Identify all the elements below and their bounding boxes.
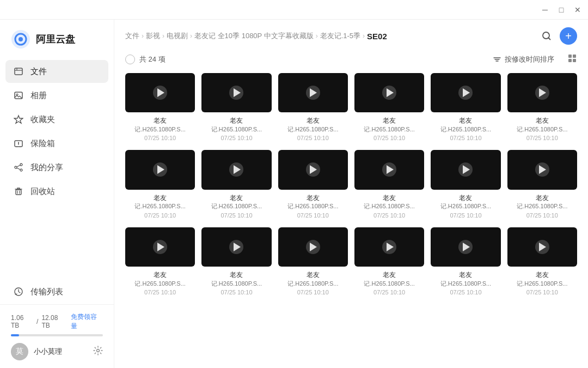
play-button[interactable]: [229, 86, 243, 100]
file-thumbnail: [354, 150, 424, 189]
file-subtitle: 记.H265.1080P.S...: [431, 280, 500, 288]
file-icon: [13, 66, 24, 77]
svg-point-8: [18, 142, 19, 143]
file-item[interactable]: 老友 记.H265.1080P.S... 07/25 10:10: [125, 227, 195, 295]
file-date: 07/25 10:10: [220, 212, 252, 219]
storage-vip-link[interactable]: 免费领容量: [71, 312, 103, 331]
file-subtitle: 记.H265.1080P.S...: [278, 280, 348, 288]
breadcrumb-item-movies[interactable]: 影视: [146, 31, 160, 41]
file-thumbnail: [201, 227, 271, 267]
breadcrumb-item-tv[interactable]: 电视剧: [167, 31, 188, 41]
file-item[interactable]: 老友 记.H265.1080P.S... 07/25 10:10: [354, 150, 424, 218]
storage-bar-fill: [11, 334, 19, 336]
play-button[interactable]: [229, 240, 243, 254]
file-thumbnail: [125, 73, 195, 112]
sidebar-item-trash-label: 回收站: [30, 186, 55, 197]
file-item[interactable]: 老友 记.H265.1080P.S... 07/25 10:10: [125, 150, 195, 218]
sidebar-nav: 文件 相册 收藏夹: [0, 60, 114, 280]
file-date: 07/25 10:10: [450, 212, 481, 219]
svg-rect-19: [573, 59, 576, 62]
settings-icon[interactable]: [93, 346, 103, 358]
file-date: 07/25 10:10: [373, 289, 405, 295]
maximize-button[interactable]: □: [558, 6, 565, 14]
sidebar-item-share[interactable]: 我的分享: [5, 156, 108, 179]
breadcrumb-item-series[interactable]: 老友记 全10季 1080P 中文字幕收藏版: [194, 31, 314, 41]
file-item[interactable]: 老友 记.H265.1080P.S... 07/25 10:10: [354, 227, 424, 295]
file-item[interactable]: 老友 记.H265.1080P.S... 07/25 10:10: [431, 73, 500, 141]
play-triangle-icon: [310, 88, 317, 97]
breadcrumb-sep-3: ›: [316, 32, 318, 40]
file-item[interactable]: 老友 记.H265.1080P.S... 07/25 10:10: [278, 150, 348, 218]
play-button[interactable]: [382, 86, 396, 100]
close-button[interactable]: ✕: [574, 6, 581, 14]
sidebar-item-vault[interactable]: 保险箱: [5, 132, 108, 155]
play-triangle-icon: [234, 165, 241, 174]
breadcrumb-item-season[interactable]: 老友记.1-5季: [320, 31, 360, 41]
file-date: 07/25 10:10: [526, 212, 558, 219]
file-item[interactable]: 老友 记.H265.1080P.S... 07/25 10:10: [201, 73, 271, 141]
file-item[interactable]: 老友 记.H265.1080P.S... 07/25 10:10: [354, 73, 424, 141]
file-name: 老友: [201, 116, 271, 125]
file-item[interactable]: 老友 记.H265.1080P.S... 07/25 10:10: [431, 150, 500, 218]
file-thumbnail: [431, 73, 500, 112]
sidebar-transfer[interactable]: 传输列表: [5, 280, 108, 303]
play-triangle-icon: [539, 165, 546, 174]
file-item[interactable]: 老友 记.H265.1080P.S... 07/25 10:10: [278, 227, 348, 295]
sidebar-item-favorites-label: 收藏夹: [30, 114, 55, 125]
play-button[interactable]: [535, 162, 549, 177]
sidebar-item-album[interactable]: 相册: [5, 84, 108, 107]
play-triangle-icon: [463, 88, 470, 97]
file-subtitle: 记.H265.1080P.S...: [125, 202, 195, 210]
file-name: 老友: [278, 116, 348, 125]
play-button[interactable]: [306, 240, 320, 254]
file-thumbnail: [431, 150, 500, 189]
file-item[interactable]: 老友 记.H265.1080P.S... 07/25 10:10: [431, 227, 500, 295]
svg-point-9: [20, 164, 22, 166]
play-button[interactable]: [153, 240, 167, 254]
file-date: 07/25 10:10: [526, 135, 558, 141]
sort-button[interactable]: 按修改时间排序: [493, 55, 554, 64]
play-button[interactable]: [306, 86, 320, 100]
file-item[interactable]: 老友 记.H265.1080P.S... 07/25 10:10: [201, 227, 271, 295]
file-date: 07/25 10:10: [297, 289, 329, 295]
grid-view-icon[interactable]: [567, 53, 577, 65]
play-button[interactable]: [535, 86, 549, 100]
file-subtitle: 记.H265.1080P.S...: [201, 202, 271, 210]
sidebar-item-trash[interactable]: 回收站: [5, 180, 108, 203]
play-button[interactable]: [458, 240, 473, 254]
file-grid-wrapper[interactable]: 老友 记.H265.1080P.S... 07/25 10:10 老友 记.H2…: [114, 71, 588, 368]
play-button[interactable]: [535, 240, 549, 254]
sidebar-transfer-label: 传输列表: [30, 287, 63, 297]
play-button[interactable]: [382, 162, 396, 177]
svg-point-14: [97, 349, 100, 352]
file-name: 老友: [278, 270, 348, 280]
file-subtitle: 记.H265.1080P.S...: [431, 202, 500, 210]
toolbar: 共 24 项 按修改时间排序: [114, 50, 588, 71]
file-thumbnail: [125, 227, 195, 267]
file-item[interactable]: 老友 记.H265.1080P.S... 07/25 10:10: [201, 150, 271, 218]
select-all-checkbox[interactable]: [125, 55, 135, 64]
sidebar-item-favorites[interactable]: 收藏夹: [5, 108, 108, 131]
file-item[interactable]: 老友 记.H265.1080P.S... 07/25 10:10: [507, 227, 577, 295]
add-button[interactable]: +: [560, 27, 577, 45]
file-item[interactable]: 老友 记.H265.1080P.S... 07/25 10:10: [278, 73, 348, 141]
titlebar: ─ □ ✕: [0, 0, 588, 20]
file-thumbnail: [278, 150, 348, 189]
select-all[interactable]: 共 24 项: [125, 55, 166, 64]
play-button[interactable]: [458, 86, 473, 100]
play-button[interactable]: [382, 240, 396, 254]
file-item[interactable]: 老友 记.H265.1080P.S... 07/25 10:10: [125, 73, 195, 141]
play-button[interactable]: [458, 162, 473, 177]
file-name: 老友: [431, 116, 500, 125]
play-button[interactable]: [229, 162, 243, 177]
file-date: 07/25 10:10: [450, 289, 481, 295]
play-button[interactable]: [153, 86, 167, 100]
breadcrumb-item-files[interactable]: 文件: [125, 31, 139, 41]
search-icon[interactable]: [541, 31, 552, 41]
play-button[interactable]: [306, 162, 320, 177]
minimize-button[interactable]: ─: [541, 6, 549, 14]
file-item[interactable]: 老友 记.H265.1080P.S... 07/25 10:10: [507, 150, 577, 218]
sidebar-item-files[interactable]: 文件: [5, 60, 108, 83]
play-button[interactable]: [153, 162, 167, 177]
file-item[interactable]: 老友 记.H265.1080P.S... 07/25 10:10: [507, 73, 577, 141]
